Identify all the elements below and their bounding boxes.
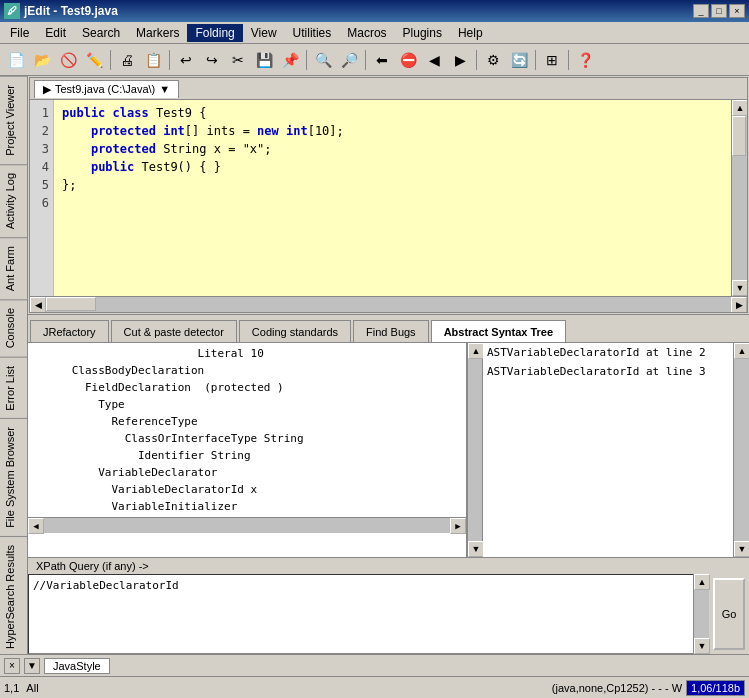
footer-style-label: JavaStyle	[44, 658, 110, 674]
maximize-button[interactable]: □	[711, 4, 727, 18]
scroll-hthumb[interactable]	[46, 297, 96, 311]
new-file-button[interactable]: 📄	[4, 48, 28, 72]
line-num-6: 6	[32, 194, 49, 212]
tab-cut-paste[interactable]: Cut & paste detector	[111, 320, 237, 342]
ast-right-vscroll-up[interactable]: ▲	[734, 343, 749, 359]
footer-x-button[interactable]: ×	[4, 658, 20, 674]
window-title: jEdit - Test9.java	[24, 4, 118, 18]
search-button[interactable]: 🔍	[311, 48, 335, 72]
sep4	[365, 50, 366, 70]
save-button[interactable]: 💾	[252, 48, 276, 72]
tab-arrow: ▶	[43, 83, 51, 96]
open-file-button[interactable]: 📂	[30, 48, 54, 72]
line-num-3: 3	[32, 140, 49, 158]
menu-search[interactable]: Search	[74, 24, 128, 42]
search2-button[interactable]: 🔎	[337, 48, 361, 72]
scroll-left-arrow[interactable]: ◀	[30, 297, 46, 313]
editor-tab-bar: ▶ Test9.java (C:\Java\) ▼	[30, 78, 747, 100]
scroll-right-arrow[interactable]: ▶	[731, 297, 747, 313]
bottom-content: Literal 10 ClassBodyDeclaration FieldDec…	[28, 343, 749, 557]
xpath-vscroll-down[interactable]: ▼	[694, 638, 710, 654]
app-icon: 🖊	[4, 3, 20, 19]
ast-left-vscroll[interactable]: ▲ ▼	[467, 343, 483, 557]
vtab-console[interactable]: Console	[0, 299, 27, 356]
back-button[interactable]: ⬅	[370, 48, 394, 72]
ast-right-vscroll-down[interactable]: ▼	[734, 541, 749, 557]
go-button[interactable]: Go	[713, 578, 745, 650]
tab-jrefactory[interactable]: JRefactory	[30, 320, 109, 342]
ast-hscroll-right[interactable]: ▶	[450, 518, 466, 534]
menu-utilities[interactable]: Utilities	[285, 24, 340, 42]
vtab-activity-log[interactable]: Activity Log	[0, 164, 27, 237]
scroll-down-arrow[interactable]: ▼	[732, 280, 747, 296]
undo-button[interactable]: ↩	[174, 48, 198, 72]
menu-plugins[interactable]: Plugins	[395, 24, 450, 42]
redo-button[interactable]: ↪	[200, 48, 224, 72]
vtab-hypersearch-results[interactable]: HyperSearch Results	[0, 536, 27, 654]
sep6	[535, 50, 536, 70]
minimize-button[interactable]: _	[693, 4, 709, 18]
refresh-button[interactable]: 🔄	[507, 48, 531, 72]
vtab-ant-farm[interactable]: Ant Farm	[0, 237, 27, 299]
code-area[interactable]: public class Test9 { protected int[] int…	[54, 100, 731, 296]
menu-view[interactable]: View	[243, 24, 285, 42]
settings-button[interactable]: ⚙	[481, 48, 505, 72]
ast-right-vscroll[interactable]: ▲ ▼	[733, 343, 749, 557]
xpath-vscroll-up[interactable]: ▲	[694, 574, 710, 590]
cut-button[interactable]: ✂	[226, 48, 250, 72]
status-position: 1,1	[4, 682, 19, 694]
xpath-value: //VariableDeclaratorId	[33, 579, 179, 592]
xpath-input[interactable]: //VariableDeclaratorId	[28, 574, 709, 654]
ast-node-4: ReferenceType	[32, 413, 462, 430]
edit-button[interactable]: ✏️	[82, 48, 106, 72]
editor-hscrollbar[interactable]: ◀ ▶	[30, 296, 747, 312]
file-tab[interactable]: ▶ Test9.java (C:\Java\) ▼	[34, 80, 179, 98]
menu-folding[interactable]: Folding	[187, 24, 242, 42]
editor-vscrollbar[interactable]: ▲ ▼	[731, 100, 747, 296]
ast-tree-panel: Literal 10 ClassBodyDeclaration FieldDec…	[28, 343, 467, 557]
right-button[interactable]: ▶	[448, 48, 472, 72]
menu-edit[interactable]: Edit	[37, 24, 74, 42]
no-button[interactable]: 🚫	[56, 48, 80, 72]
app-window: 🖊 jEdit - Test9.java _ □ × File Edit Sea…	[0, 0, 749, 698]
paste-button[interactable]: 📌	[278, 48, 302, 72]
ast-vscroll-down[interactable]: ▼	[468, 541, 484, 557]
menu-macros[interactable]: Macros	[339, 24, 394, 42]
ast-node-2: FieldDeclaration (protected )	[32, 379, 462, 396]
editor-body: 1 2 3 4 5 6 public class Test9 { protect…	[30, 100, 747, 296]
ast-node-9: VariableInitializer	[32, 498, 462, 515]
tab-ast[interactable]: Abstract Syntax Tree	[431, 320, 566, 342]
vtab-project-viewer[interactable]: Project Viewer	[0, 76, 27, 164]
ast-vscroll-up[interactable]: ▲	[468, 343, 484, 359]
menu-help[interactable]: Help	[450, 24, 491, 42]
tab-dropdown[interactable]: ▼	[159, 83, 170, 95]
status-right: (java,none,Cp1252) - - - W 1,06/118b	[552, 680, 745, 696]
footer-arrow-button[interactable]: ▼	[24, 658, 40, 674]
print2-button[interactable]: 📋	[141, 48, 165, 72]
left-button[interactable]: ◀	[422, 48, 446, 72]
code-line-1: public class Test9 {	[62, 104, 723, 122]
scroll-vthumb[interactable]	[732, 116, 746, 156]
ast-hscroll-left[interactable]: ◀	[28, 518, 44, 534]
ast-result-1: ASTVariableDeclaratorId at line 3	[483, 362, 733, 381]
statusbar: 1,1 All (java,none,Cp1252) - - - W 1,06/…	[0, 676, 749, 698]
xpath-area: XPath Query (if any) -> //VariableDeclar…	[28, 557, 749, 654]
print-button[interactable]: 🖨	[115, 48, 139, 72]
expand-button[interactable]: ⊞	[540, 48, 564, 72]
help-button[interactable]: ❓	[573, 48, 597, 72]
tab-label: Test9.java (C:\Java\)	[55, 83, 155, 95]
tab-coding-standards[interactable]: Coding standards	[239, 320, 351, 342]
code-line-2: protected int[] ints = new int[10];	[62, 122, 723, 140]
menu-markers[interactable]: Markers	[128, 24, 187, 42]
ast-node-5: ClassOrInterfaceType String	[32, 430, 462, 447]
scroll-up-arrow[interactable]: ▲	[732, 100, 747, 116]
menu-file[interactable]: File	[2, 24, 37, 42]
close-button[interactable]: ×	[729, 4, 745, 18]
vtab-error-list[interactable]: Error List	[0, 357, 27, 419]
status-left: 1,1 All	[4, 682, 544, 694]
menubar: File Edit Search Markers Folding View Ut…	[0, 22, 749, 44]
vtab-file-system-browser[interactable]: File System Browser	[0, 418, 27, 536]
tab-find-bugs[interactable]: Find Bugs	[353, 320, 429, 342]
sep1	[110, 50, 111, 70]
stop-button[interactable]: ⛔	[396, 48, 420, 72]
